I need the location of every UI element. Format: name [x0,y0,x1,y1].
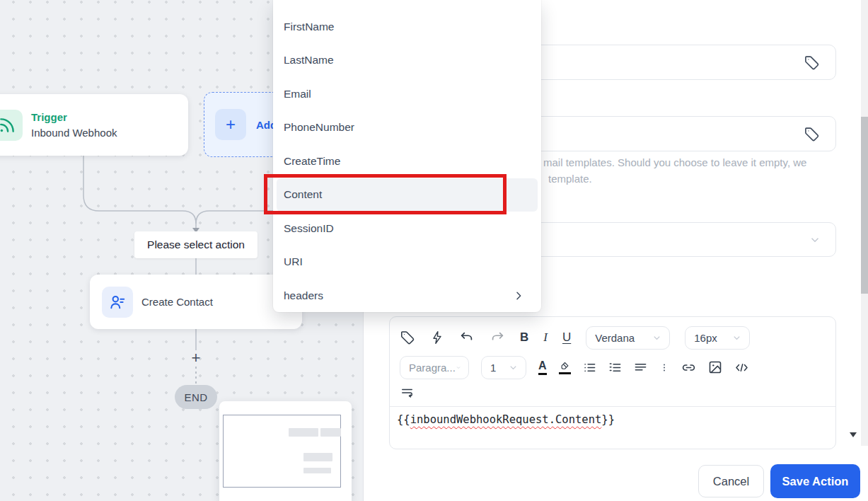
italic-button[interactable]: I [543,330,548,345]
trigger-text: Trigger Inbound Webhook [31,110,117,141]
placeholder-bar [303,453,332,461]
placeholder-bar [320,428,341,437]
dropdown-item-phonenumber[interactable]: PhoneNumber [273,111,541,145]
editor-toolbar-row3 [390,384,835,401]
help-text-line1: mail templates. Should you choose to lea… [543,156,806,168]
editor-toolbar-row1: B I U Verdana 16px [390,326,835,350]
help-text-line2: template. [548,173,592,185]
dropdown-item-label: Content [284,188,322,201]
dropdown-item-createtime[interactable]: CreateTime [273,144,541,178]
select-action-label: Please select action [134,231,257,258]
scrollbar-track[interactable] [861,0,868,446]
create-contact-label: Create Contact [141,296,213,308]
chevron-down-icon [809,234,821,246]
dropdown-item-email[interactable]: Email [273,77,541,111]
chevron-down-icon [508,362,519,373]
placeholder-bar [289,428,318,437]
webhook-signal-icon [0,110,23,141]
image-icon[interactable] [708,360,722,374]
scrollbar-thumb[interactable] [861,117,868,294]
tag-icon[interactable] [804,126,820,142]
dropdown-item-lastname[interactable]: LastName [273,44,541,78]
dropdown-item-label: PhoneNumber [284,121,354,134]
kebab-dots-icon[interactable] [659,361,669,374]
save-action-button[interactable]: Save Action [770,464,860,498]
dropdown-item-label: Email [284,88,311,100]
undo-icon[interactable] [459,330,475,345]
rich-text-editor: B I U Verdana 16px Paragra... 1 [389,316,836,449]
end-label: END [184,391,207,403]
line-height-value: 1 [490,362,496,374]
dropdown-item-label: LastName [284,54,334,67]
underline-button[interactable]: U [562,330,571,345]
trigger-node[interactable]: Trigger Inbound Webhook [0,94,188,156]
dropdown-item-headers[interactable]: headers [273,279,541,313]
editor-content[interactable]: {{inboundWebhookRequest.Content}} [390,407,835,426]
dropdown-item-label: CreateTime [284,155,340,168]
merge-tag-close: }} [601,413,615,426]
placeholder-bar [303,468,331,473]
contact-person-icon [102,287,133,318]
dropdown-item-label: FirstName [284,21,334,33]
end-node: END [175,385,217,409]
bold-button[interactable]: B [520,330,528,345]
font-family-select[interactable]: Verdana [586,326,670,350]
line-height-select[interactable]: 1 [481,356,526,379]
add-step-plus-button[interactable]: + [188,350,204,366]
paragraph-select[interactable]: Paragra... [400,356,469,379]
lightning-icon[interactable] [430,330,444,345]
font-size-select[interactable]: 16px [685,326,750,350]
merge-field-dropdown: FirstName LastName Email PhoneNumber Cre… [273,0,541,312]
dropdown-item-label: URI [284,255,303,268]
cancel-button[interactable]: Cancel [698,465,764,497]
template-preview-card [219,401,352,501]
template-preview-frame [223,415,341,488]
highlighter-icon[interactable] [559,361,571,374]
select-action-text: Please select action [147,238,245,251]
trigger-title: Trigger [31,110,117,125]
code-icon[interactable] [734,361,749,374]
plus-icon: + [215,109,246,140]
dropdown-item-firstname[interactable]: FirstName [273,10,541,44]
text-wrap-icon[interactable] [400,386,415,399]
font-size-value: 16px [694,332,717,344]
chevron-down-icon [456,362,461,373]
merge-tag-variable: inboundWebhookRequest.Content [410,413,602,426]
tag-icon[interactable] [804,54,820,71]
dropdown-item-label: SessionID [284,222,334,235]
save-action-label: Save Action [782,475,849,488]
paragraph-value: Paragra... [409,362,456,374]
chevron-right-icon [513,290,524,301]
chevron-down-icon [731,333,742,343]
numbered-list-icon[interactable] [608,361,622,374]
trigger-subtitle: Inbound Webhook [31,125,117,141]
dropdown-item-sessionid[interactable]: SessionID [273,212,541,246]
dropdown-item-label: headers [284,289,323,302]
align-icon[interactable] [634,361,647,374]
tag-icon[interactable] [400,330,415,345]
scroll-down-arrow[interactable] [850,432,857,437]
editor-toolbar-row2: Paragra... 1 A [390,355,835,379]
cancel-label: Cancel [713,475,749,488]
link-icon[interactable] [681,360,696,375]
bullet-list-icon[interactable] [583,361,596,374]
text-color-icon[interactable]: A [538,359,547,375]
font-family-value: Verdana [595,332,635,344]
dropdown-item-content[interactable]: Content [277,178,538,212]
create-contact-node[interactable]: Create Contact [90,275,302,329]
redo-icon[interactable] [490,330,505,345]
screen: Trigger Inbound Webhook + Add Please sel… [0,0,868,501]
dropdown-item-uri[interactable]: URI [273,246,541,280]
chevron-down-icon [652,333,662,343]
merge-tag-open: {{ [397,413,410,426]
